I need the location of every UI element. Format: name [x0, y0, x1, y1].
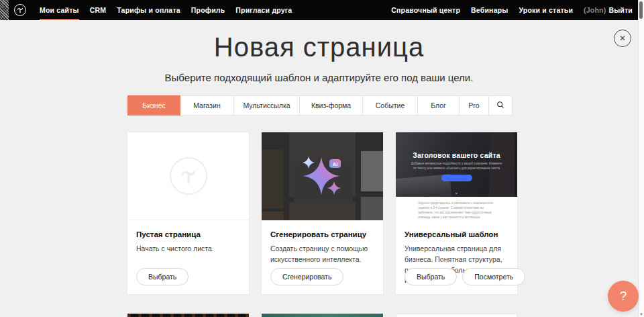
tilda-logo-icon [14, 4, 26, 16]
card-description: Создать страницу с помощью искусственног… [270, 244, 374, 265]
tab-search[interactable] [488, 95, 513, 116]
card-title: Пустая страница [136, 230, 240, 238]
template-category-tabs: Бизнес Магазин Мультиссылка Квиз-форма С… [127, 95, 513, 116]
tilda-logo[interactable] [14, 4, 26, 16]
ai-sparkle-icon: AI [262, 132, 383, 220]
main-nav: Мои сайты CRM Тарифы и оплата Профиль Пр… [40, 0, 292, 20]
search-icon [496, 101, 504, 110]
logout-label: Выйти [608, 6, 633, 14]
tab-pro[interactable]: Pro [459, 95, 489, 116]
nav-plans-payment[interactable]: Тарифы и оплата [117, 0, 180, 20]
page-subtitle: Выберите подходящий шаблон и адаптируйте… [0, 72, 638, 83]
preview-body-text: Коротко представьтесь и расскажите о ком… [419, 201, 495, 220]
edge-pattern [0, 0, 9, 20]
modal-header: Новая страница Выберите подходящий шабло… [0, 34, 638, 83]
preview-cta-button [441, 175, 472, 181]
template-card-partial[interactable] [262, 314, 383, 317]
generate-button[interactable]: Сгенерировать [270, 268, 343, 285]
tilda-placeholder-icon [170, 157, 207, 195]
card-ai-generate[interactable]: AI Сгенерировать страницу Создать страни… [262, 132, 383, 294]
view-button[interactable]: Посмотреть [462, 268, 525, 285]
template-card-partial[interactable] [396, 314, 517, 317]
template-card-partial[interactable] [127, 314, 249, 317]
card-body: Сгенерировать страницу Создать страницу … [262, 230, 383, 265]
card-universal-template[interactable]: Заголовок вашего сайта Добавьте интересн… [396, 132, 517, 294]
tab-business[interactable]: Бизнес [127, 95, 180, 116]
blank-page-preview [127, 132, 249, 220]
secondary-nav: Справочный центр Вебинары Уроки и статьи… [391, 0, 633, 20]
scrollbar-down-arrow-icon[interactable]: ▼ [639, 312, 644, 316]
choose-button[interactable]: Выбрать [405, 268, 457, 285]
tab-event[interactable]: Событие [362, 95, 418, 116]
nav-webinars[interactable]: Вебинары [471, 0, 508, 20]
nav-my-sites[interactable]: Мои сайты [40, 0, 79, 20]
nav-crm[interactable]: CRM [90, 0, 107, 20]
template-cards: Пустая страница Начать с чистого листа. … [127, 132, 517, 294]
nav-lessons-articles[interactable]: Уроки и статьи [519, 0, 573, 20]
scrollbar-thumb[interactable] [639, 1, 643, 19]
page-scrollbar[interactable]: ▼ [638, 0, 644, 317]
tab-blog[interactable]: Блог [417, 95, 460, 116]
tab-store[interactable]: Магазин [180, 95, 234, 116]
topbar: Мои сайты CRM Тарифы и оплата Профиль Пр… [0, 0, 638, 20]
question-mark-icon: ? [620, 289, 627, 304]
card-body: Пустая страница Начать с чистого листа. [127, 230, 249, 255]
tab-multilink[interactable]: Мультиссылка [233, 95, 300, 116]
nav-invite-friend[interactable]: Пригласи друга [235, 0, 292, 20]
preview-hero-subtitle: Добавьте интересные подробности о вашей … [410, 162, 504, 171]
card-title: Универсальный шаблон [405, 230, 508, 238]
page-title: Новая страница [0, 34, 638, 60]
choose-button[interactable]: Выбрать [136, 268, 189, 285]
nav-profile[interactable]: Профиль [191, 0, 225, 20]
user-name: (John) [584, 6, 606, 14]
card-blank-page[interactable]: Пустая страница Начать с чистого листа. … [127, 132, 249, 294]
ai-preview: AI [262, 132, 383, 220]
nav-help-center[interactable]: Справочный центр [391, 0, 460, 20]
next-template-row [127, 314, 517, 317]
nav-logout[interactable]: (John) Выйти [584, 0, 633, 20]
chevron-down-icon: ⌄ [454, 189, 460, 195]
card-description: Начать с чистого листа. [136, 244, 240, 255]
help-button[interactable]: ? [608, 281, 639, 312]
template-hero: Заголовок вашего сайта Добавьте интересн… [396, 132, 517, 197]
preview-hero-title: Заголовок вашего сайта [413, 151, 500, 159]
template-preview: Заголовок вашего сайта Добавьте интересн… [396, 132, 517, 220]
template-body-section: Коротко представьтесь и расскажите о ком… [396, 197, 517, 220]
card-title: Сгенерировать страницу [270, 230, 374, 238]
tab-quiz-form[interactable]: Квиз-форма [299, 95, 363, 116]
ai-badge: AI [333, 161, 338, 167]
